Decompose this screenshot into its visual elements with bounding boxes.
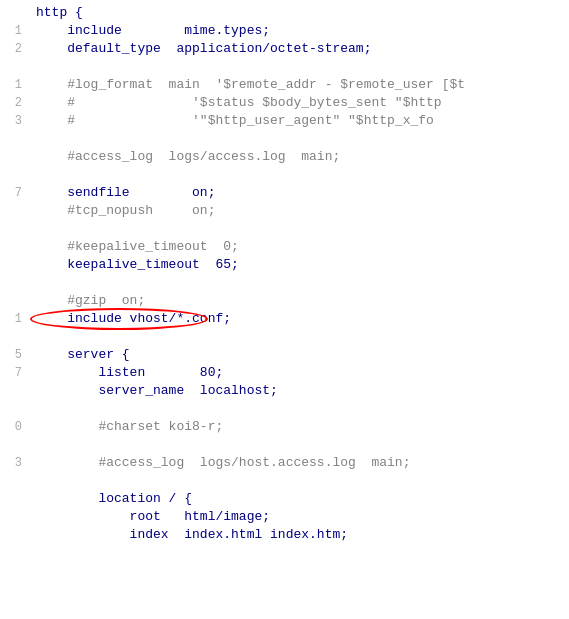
code-line: [36, 274, 561, 292]
code-line: [36, 166, 561, 184]
code-line: [36, 436, 561, 454]
code-line: include mime.types;: [36, 22, 561, 40]
code-line: #access_log logs/host.access.log main;: [36, 454, 561, 472]
code-line: #charset koi8-r;: [36, 418, 561, 436]
code-line: server {: [36, 346, 561, 364]
code-line: # '"$http_user_agent" "$http_x_fo: [36, 112, 561, 130]
code-line: [36, 220, 561, 238]
code-line: location / {: [36, 490, 561, 508]
code-line: index index.html index.htm;: [36, 526, 561, 544]
code-line: server_name localhost;: [36, 382, 561, 400]
code-line: [36, 400, 561, 418]
code-line: #log_format main '$remote_addr - $remote…: [36, 76, 561, 94]
code-body: http { include mime.types; default_type …: [28, 0, 569, 619]
include-vhost-line: include vhost/*.conf;: [36, 310, 561, 328]
code-line: #access_log logs/access.log main;: [36, 148, 561, 166]
code-line: # '$status $body_bytes_sent "$http: [36, 94, 561, 112]
code-line: [36, 58, 561, 76]
code-line: listen 80;: [36, 364, 561, 382]
code-line: [36, 130, 561, 148]
code-line: [36, 328, 561, 346]
code-line: #gzip on;: [36, 292, 561, 310]
code-editor: 1 2 1 2 3 7 1 5 7 0 3 http { incl: [0, 0, 569, 619]
code-line: default_type application/octet-stream;: [36, 40, 561, 58]
code-line: [36, 472, 561, 490]
code-line: #keepalive_timeout 0;: [36, 238, 561, 256]
code-line: http {: [36, 4, 561, 22]
code-line: root html/image;: [36, 508, 561, 526]
code-line: sendfile on;: [36, 184, 561, 202]
line-numbers: 1 2 1 2 3 7 1 5 7 0 3: [0, 0, 28, 619]
code-line: keepalive_timeout 65;: [36, 256, 561, 274]
code-line: #tcp_nopush on;: [36, 202, 561, 220]
